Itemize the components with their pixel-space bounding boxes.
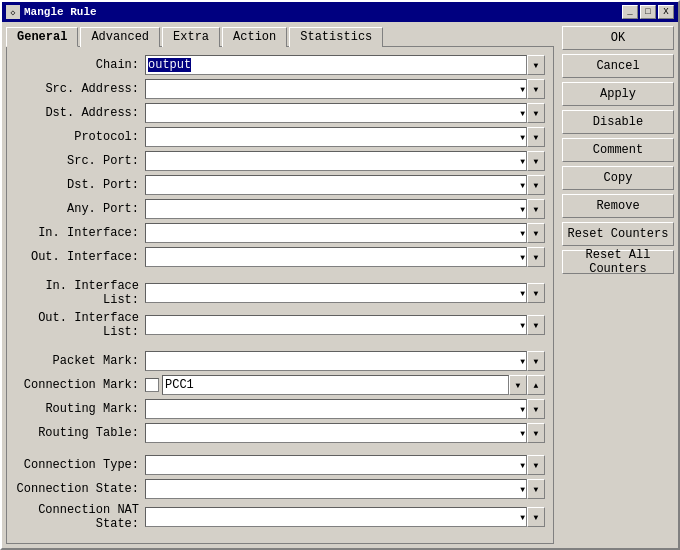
connection-state-label: Connection State:	[15, 482, 145, 496]
packet-mark-select[interactable]	[145, 351, 527, 371]
connection-mark-value: PCC1	[165, 378, 194, 392]
any-port-dropdown-button[interactable]: ▼	[527, 199, 545, 219]
chain-dropdown-button[interactable]: ▼	[527, 55, 545, 75]
out-interface-list-select[interactable]	[145, 315, 527, 335]
connection-type-row: Connection Type: ▼	[15, 455, 545, 475]
dst-port-dropdown-button[interactable]: ▼	[527, 175, 545, 195]
maximize-button[interactable]: □	[640, 5, 656, 19]
any-port-label: Any. Port:	[15, 202, 145, 216]
dst-port-row: Dst. Port: ▼	[15, 175, 545, 195]
connection-mark-row: Connection Mark: PCC1 ▼ ▲	[15, 375, 545, 395]
connection-state-row: Connection State: ▼	[15, 479, 545, 499]
connection-mark-checkbox[interactable]	[145, 378, 159, 392]
tab-general[interactable]: General	[6, 27, 78, 47]
dst-port-wrapper	[145, 175, 527, 195]
connection-mark-label: Connection Mark:	[15, 378, 145, 392]
connection-mark-up-button[interactable]: ▲	[527, 375, 545, 395]
connection-type-dropdown-button[interactable]: ▼	[527, 455, 545, 475]
in-interface-list-select[interactable]	[145, 283, 527, 303]
src-port-label: Src. Port:	[15, 154, 145, 168]
routing-mark-wrapper	[145, 399, 527, 419]
dst-port-label: Dst. Port:	[15, 178, 145, 192]
out-interface-label: Out. Interface:	[15, 250, 145, 264]
connection-type-select[interactable]	[145, 455, 527, 475]
protocol-row: Protocol: ▼	[15, 127, 545, 147]
content-area: General Advanced Extra Action Statistics…	[2, 22, 678, 548]
comment-button[interactable]: Comment	[562, 138, 674, 162]
in-interface-select[interactable]	[145, 223, 527, 243]
apply-button[interactable]: Apply	[562, 82, 674, 106]
out-interface-dropdown-button[interactable]: ▼	[527, 247, 545, 267]
out-interface-select[interactable]	[145, 247, 527, 267]
out-interface-wrapper	[145, 247, 527, 267]
routing-table-select[interactable]	[145, 423, 527, 443]
routing-mark-label: Routing Mark:	[15, 402, 145, 416]
close-button[interactable]: X	[658, 5, 674, 19]
ok-button[interactable]: OK	[562, 26, 674, 50]
out-interface-list-dropdown-button[interactable]: ▼	[527, 315, 545, 335]
tab-advanced[interactable]: Advanced	[80, 27, 160, 47]
src-address-dropdown-button[interactable]: ▼	[527, 79, 545, 99]
tab-action[interactable]: Action	[222, 27, 287, 47]
src-address-select[interactable]	[145, 79, 527, 99]
connection-mark-wrapper: PCC1 ▼ ▲	[145, 375, 545, 395]
reset-counters-button[interactable]: Reset Counters	[562, 222, 674, 246]
disable-button[interactable]: Disable	[562, 110, 674, 134]
main-window: ◇ Mangle Rule _ □ X General Advanced Ext…	[0, 0, 680, 550]
connection-nat-state-row: Connection NAT State: ▼	[15, 503, 545, 531]
minimize-button[interactable]: _	[622, 5, 638, 19]
connection-type-wrapper	[145, 455, 527, 475]
protocol-select[interactable]	[145, 127, 527, 147]
in-interface-list-label: In. Interface List:	[15, 279, 145, 307]
connection-nat-state-select[interactable]	[145, 507, 527, 527]
routing-table-row: Routing Table: ▼	[15, 423, 545, 443]
in-interface-list-dropdown-button[interactable]: ▼	[527, 283, 545, 303]
main-area: General Advanced Extra Action Statistics…	[2, 22, 558, 548]
routing-table-label: Routing Table:	[15, 426, 145, 440]
routing-table-dropdown-button[interactable]: ▼	[527, 423, 545, 443]
src-port-wrapper	[145, 151, 527, 171]
any-port-row: Any. Port: ▼	[15, 199, 545, 219]
tab-extra[interactable]: Extra	[162, 27, 220, 47]
dst-address-label: Dst. Address:	[15, 106, 145, 120]
packet-mark-row: Packet Mark: ▼	[15, 351, 545, 371]
in-interface-list-wrapper	[145, 283, 527, 303]
form-panel: Chain: output ▼ Src. Address: ▼	[6, 46, 554, 544]
protocol-wrapper	[145, 127, 527, 147]
title-bar: ◇ Mangle Rule _ □ X	[2, 2, 678, 22]
in-interface-list-row: In. Interface List: ▼	[15, 279, 545, 307]
remove-button[interactable]: Remove	[562, 194, 674, 218]
src-address-row: Src. Address: ▼	[15, 79, 545, 99]
in-interface-label: In. Interface:	[15, 226, 145, 240]
packet-mark-label: Packet Mark:	[15, 354, 145, 368]
tab-statistics[interactable]: Statistics	[289, 27, 383, 47]
src-port-row: Src. Port: ▼	[15, 151, 545, 171]
connection-state-select[interactable]	[145, 479, 527, 499]
any-port-select[interactable]	[145, 199, 527, 219]
connection-state-dropdown-button[interactable]: ▼	[527, 479, 545, 499]
copy-button[interactable]: Copy	[562, 166, 674, 190]
connection-nat-state-wrapper	[145, 507, 527, 527]
chain-selected-value: output	[148, 58, 191, 72]
connection-mark-select-button[interactable]: ▼	[509, 375, 527, 395]
dst-port-select[interactable]	[145, 175, 527, 195]
packet-mark-dropdown-button[interactable]: ▼	[527, 351, 545, 371]
cancel-button[interactable]: Cancel	[562, 54, 674, 78]
dst-address-dropdown-button[interactable]: ▼	[527, 103, 545, 123]
out-interface-list-label: Out. Interface List:	[15, 311, 145, 339]
protocol-dropdown-button[interactable]: ▼	[527, 127, 545, 147]
in-interface-dropdown-button[interactable]: ▼	[527, 223, 545, 243]
connection-nat-state-dropdown-button[interactable]: ▼	[527, 507, 545, 527]
src-port-dropdown-button[interactable]: ▼	[527, 151, 545, 171]
chain-wrapper: output ▼	[145, 55, 545, 75]
routing-table-wrapper	[145, 423, 527, 443]
spacer-1	[15, 271, 545, 279]
src-port-select[interactable]	[145, 151, 527, 171]
window-title: Mangle Rule	[24, 6, 97, 18]
reset-all-counters-button[interactable]: Reset All Counters	[562, 250, 674, 274]
routing-mark-select[interactable]	[145, 399, 527, 419]
dst-address-select[interactable]	[145, 103, 527, 123]
src-address-label: Src. Address:	[15, 82, 145, 96]
title-bar-left: ◇ Mangle Rule	[6, 5, 97, 19]
routing-mark-dropdown-button[interactable]: ▼	[527, 399, 545, 419]
